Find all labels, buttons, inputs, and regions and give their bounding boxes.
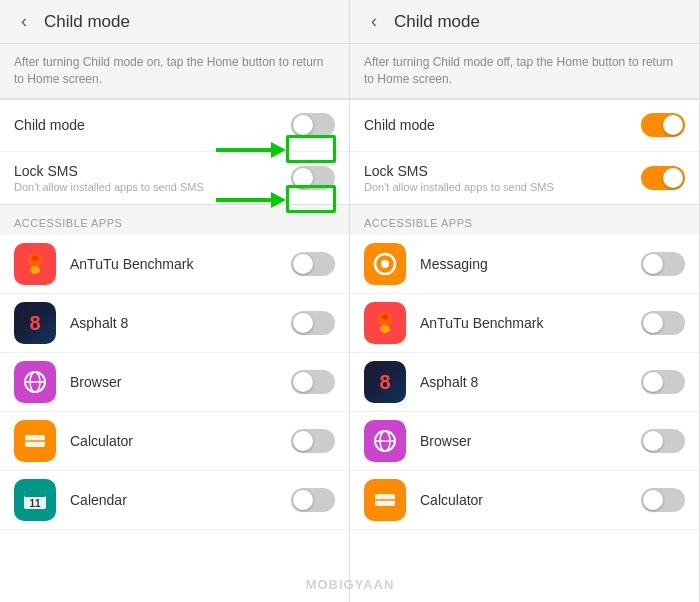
asphalt-icon <box>14 302 56 344</box>
left-panel-title: Child mode <box>44 12 130 32</box>
left-accessible-apps-header: ACCESSIBLE APPS <box>0 205 349 235</box>
right-description: After turning Child mode off, tap the Ho… <box>350 44 699 99</box>
left-child-mode-toggle[interactable] <box>291 113 335 137</box>
right-accessible-apps-header: ACCESSIBLE APPS <box>350 205 699 235</box>
list-item: Browser <box>350 412 699 471</box>
right-asphalt-toggle[interactable] <box>641 370 685 394</box>
right-browser-icon <box>364 420 406 462</box>
calculator-icon <box>14 420 56 462</box>
right-header: ‹ Child mode <box>350 0 699 44</box>
left-calendar-label: Calendar <box>70 492 291 508</box>
left-child-mode-text: Child mode <box>14 117 291 133</box>
messaging-icon <box>364 243 406 285</box>
left-settings-section: Child mode Lock SMS Don't allow installe… <box>0 99 349 205</box>
right-messaging-label: Messaging <box>420 256 641 272</box>
svg-rect-12 <box>24 491 46 497</box>
right-panel-title: Child mode <box>394 12 480 32</box>
svg-point-17 <box>380 325 390 333</box>
right-asphalt-label: Asphalt 8 <box>420 374 641 390</box>
left-lock-sms-thumb <box>293 168 313 188</box>
left-calculator-toggle[interactable] <box>291 429 335 453</box>
left-browser-label: Browser <box>70 374 291 390</box>
right-asphalt-icon <box>364 361 406 403</box>
list-item: AnTuTu Benchmark <box>0 235 349 294</box>
left-panel-wrapper: ‹ Child mode After turning Child mode on… <box>0 0 350 602</box>
right-browser-label: Browser <box>420 433 641 449</box>
right-calculator-label: Calculator <box>420 492 641 508</box>
svg-point-15 <box>381 260 389 268</box>
right-antutu-icon <box>364 302 406 344</box>
right-child-mode-toggle[interactable] <box>641 113 685 137</box>
right-apps-list: Messaging AnTuTu Benchmark Asphalt 8 <box>350 235 699 602</box>
right-lock-sms-toggle[interactable] <box>641 166 685 190</box>
right-panel: ‹ Child mode After turning Child mode of… <box>350 0 700 602</box>
right-antutu-toggle[interactable] <box>641 311 685 335</box>
left-browser-toggle[interactable] <box>291 370 335 394</box>
list-item: Calculator <box>0 412 349 471</box>
list-item: Asphalt 8 <box>350 353 699 412</box>
calendar-icon: 11 <box>14 479 56 521</box>
list-item: Asphalt 8 <box>0 294 349 353</box>
right-calculator-icon <box>364 479 406 521</box>
svg-text:11: 11 <box>29 498 41 509</box>
left-panel: ‹ Child mode After turning Child mode on… <box>0 0 350 602</box>
left-lock-sms-text: Lock SMS Don't allow installed apps to s… <box>14 163 291 193</box>
left-description: After turning Child mode on, tap the Hom… <box>0 44 349 99</box>
right-lock-sms-row: Lock SMS Don't allow installed apps to s… <box>350 152 699 204</box>
left-lock-sms-row: Lock SMS Don't allow installed apps to s… <box>0 152 349 204</box>
left-calculator-label: Calculator <box>70 433 291 449</box>
list-item: Browser <box>0 353 349 412</box>
left-apps-list: AnTuTu Benchmark Asphalt 8 <box>0 235 349 602</box>
svg-point-5 <box>30 266 40 274</box>
list-item: Messaging <box>350 235 699 294</box>
right-settings-section: Child mode Lock SMS Don't allow installe… <box>350 99 699 205</box>
list-item: 11 Calendar <box>0 471 349 530</box>
left-lock-sms-toggle[interactable] <box>291 166 335 190</box>
left-child-mode-row: Child mode <box>0 100 349 152</box>
right-antutu-label: AnTuTu Benchmark <box>420 315 641 331</box>
list-item: AnTuTu Benchmark <box>350 294 699 353</box>
right-child-mode-label: Child mode <box>364 117 641 133</box>
browser-icon <box>14 361 56 403</box>
left-antutu-toggle[interactable] <box>291 252 335 276</box>
antutu-icon <box>14 243 56 285</box>
left-asphalt-label: Asphalt 8 <box>70 315 291 331</box>
left-antutu-label: AnTuTu Benchmark <box>70 256 291 272</box>
list-item: Calculator <box>350 471 699 530</box>
left-asphalt-toggle[interactable] <box>291 311 335 335</box>
left-lock-sms-label: Lock SMS <box>14 163 291 179</box>
right-child-mode-thumb <box>663 115 683 135</box>
right-lock-sms-thumb <box>663 168 683 188</box>
left-calendar-toggle[interactable] <box>291 488 335 512</box>
left-child-mode-thumb <box>293 115 313 135</box>
right-child-mode-row: Child mode <box>350 100 699 152</box>
right-lock-sms-text: Lock SMS Don't allow installed apps to s… <box>364 163 641 193</box>
left-back-button[interactable]: ‹ <box>14 12 34 32</box>
right-child-mode-text: Child mode <box>364 117 641 133</box>
right-messaging-toggle[interactable] <box>641 252 685 276</box>
left-header: ‹ Child mode <box>0 0 349 44</box>
right-browser-toggle[interactable] <box>641 429 685 453</box>
right-calculator-toggle[interactable] <box>641 488 685 512</box>
right-lock-sms-sublabel: Don't allow installed apps to send SMS <box>364 181 641 193</box>
watermark: MOBIGYAAN <box>306 577 395 592</box>
right-back-button[interactable]: ‹ <box>364 12 384 32</box>
left-lock-sms-sublabel: Don't allow installed apps to send SMS <box>14 181 291 193</box>
left-child-mode-label: Child mode <box>14 117 291 133</box>
right-lock-sms-label: Lock SMS <box>364 163 641 179</box>
